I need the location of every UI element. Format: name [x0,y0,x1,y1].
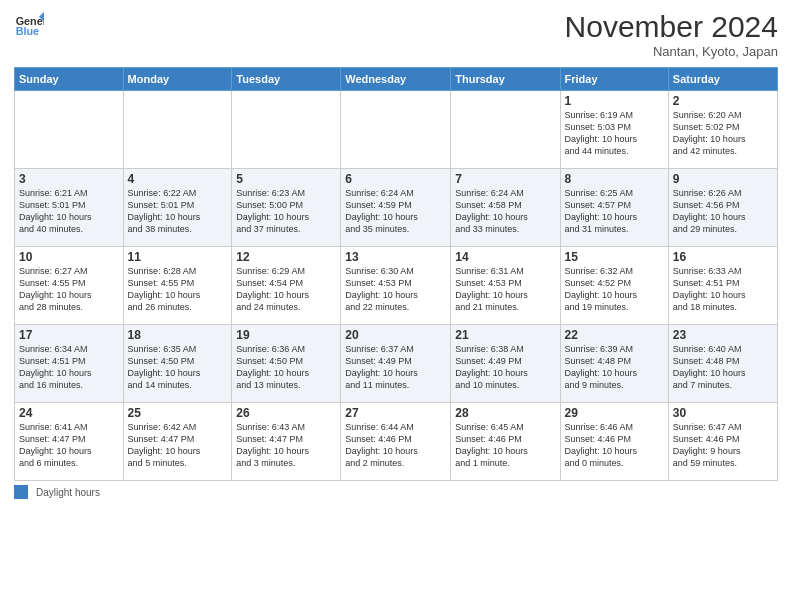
day-info: Sunrise: 6:31 AMSunset: 4:53 PMDaylight:… [455,265,555,314]
calendar-cell: 1Sunrise: 6:19 AMSunset: 5:03 PMDaylight… [560,91,668,169]
calendar-cell: 26Sunrise: 6:43 AMSunset: 4:47 PMDayligh… [232,403,341,481]
calendar-cell: 24Sunrise: 6:41 AMSunset: 4:47 PMDayligh… [15,403,124,481]
day-number: 24 [19,406,119,420]
weekday-header-cell: Sunday [15,68,124,91]
day-info: Sunrise: 6:20 AMSunset: 5:02 PMDaylight:… [673,109,773,158]
calendar-cell: 6Sunrise: 6:24 AMSunset: 4:59 PMDaylight… [341,169,451,247]
calendar-cell: 11Sunrise: 6:28 AMSunset: 4:55 PMDayligh… [123,247,232,325]
calendar-week-row: 3Sunrise: 6:21 AMSunset: 5:01 PMDaylight… [15,169,778,247]
weekday-header-cell: Saturday [668,68,777,91]
calendar-cell: 4Sunrise: 6:22 AMSunset: 5:01 PMDaylight… [123,169,232,247]
day-number: 25 [128,406,228,420]
calendar-cell: 13Sunrise: 6:30 AMSunset: 4:53 PMDayligh… [341,247,451,325]
day-info: Sunrise: 6:28 AMSunset: 4:55 PMDaylight:… [128,265,228,314]
calendar-cell: 10Sunrise: 6:27 AMSunset: 4:55 PMDayligh… [15,247,124,325]
month-title: November 2024 [565,10,778,44]
calendar-cell: 8Sunrise: 6:25 AMSunset: 4:57 PMDaylight… [560,169,668,247]
day-info: Sunrise: 6:34 AMSunset: 4:51 PMDaylight:… [19,343,119,392]
day-number: 27 [345,406,446,420]
day-number: 8 [565,172,664,186]
day-number: 9 [673,172,773,186]
calendar-cell: 3Sunrise: 6:21 AMSunset: 5:01 PMDaylight… [15,169,124,247]
day-info: Sunrise: 6:47 AMSunset: 4:46 PMDaylight:… [673,421,773,470]
day-info: Sunrise: 6:37 AMSunset: 4:49 PMDaylight:… [345,343,446,392]
header: General Blue November 2024 Nantan, Kyoto… [14,10,778,59]
day-number: 14 [455,250,555,264]
day-number: 12 [236,250,336,264]
calendar-week-row: 24Sunrise: 6:41 AMSunset: 4:47 PMDayligh… [15,403,778,481]
day-number: 1 [565,94,664,108]
day-number: 19 [236,328,336,342]
day-number: 29 [565,406,664,420]
calendar-cell: 12Sunrise: 6:29 AMSunset: 4:54 PMDayligh… [232,247,341,325]
day-number: 7 [455,172,555,186]
day-info: Sunrise: 6:26 AMSunset: 4:56 PMDaylight:… [673,187,773,236]
day-number: 30 [673,406,773,420]
day-info: Sunrise: 6:33 AMSunset: 4:51 PMDaylight:… [673,265,773,314]
day-info: Sunrise: 6:36 AMSunset: 4:50 PMDaylight:… [236,343,336,392]
day-number: 26 [236,406,336,420]
day-info: Sunrise: 6:29 AMSunset: 4:54 PMDaylight:… [236,265,336,314]
day-info: Sunrise: 6:24 AMSunset: 4:59 PMDaylight:… [345,187,446,236]
calendar-cell: 28Sunrise: 6:45 AMSunset: 4:46 PMDayligh… [451,403,560,481]
svg-text:Blue: Blue [16,25,39,37]
day-info: Sunrise: 6:35 AMSunset: 4:50 PMDaylight:… [128,343,228,392]
calendar-cell: 23Sunrise: 6:40 AMSunset: 4:48 PMDayligh… [668,325,777,403]
calendar-week-row: 17Sunrise: 6:34 AMSunset: 4:51 PMDayligh… [15,325,778,403]
calendar-week-row: 10Sunrise: 6:27 AMSunset: 4:55 PMDayligh… [15,247,778,325]
weekday-header-cell: Thursday [451,68,560,91]
logo: General Blue [14,10,44,40]
calendar-cell: 25Sunrise: 6:42 AMSunset: 4:47 PMDayligh… [123,403,232,481]
day-info: Sunrise: 6:40 AMSunset: 4:48 PMDaylight:… [673,343,773,392]
calendar-cell [451,91,560,169]
calendar-cell: 20Sunrise: 6:37 AMSunset: 4:49 PMDayligh… [341,325,451,403]
day-info: Sunrise: 6:32 AMSunset: 4:52 PMDaylight:… [565,265,664,314]
day-info: Sunrise: 6:44 AMSunset: 4:46 PMDaylight:… [345,421,446,470]
day-number: 22 [565,328,664,342]
calendar-cell: 2Sunrise: 6:20 AMSunset: 5:02 PMDaylight… [668,91,777,169]
calendar-week-row: 1Sunrise: 6:19 AMSunset: 5:03 PMDaylight… [15,91,778,169]
calendar-cell: 15Sunrise: 6:32 AMSunset: 4:52 PMDayligh… [560,247,668,325]
day-info: Sunrise: 6:23 AMSunset: 5:00 PMDaylight:… [236,187,336,236]
weekday-header-cell: Friday [560,68,668,91]
day-info: Sunrise: 6:38 AMSunset: 4:49 PMDaylight:… [455,343,555,392]
day-info: Sunrise: 6:41 AMSunset: 4:47 PMDaylight:… [19,421,119,470]
calendar-cell [123,91,232,169]
weekday-header-row: SundayMondayTuesdayWednesdayThursdayFrid… [15,68,778,91]
day-info: Sunrise: 6:45 AMSunset: 4:46 PMDaylight:… [455,421,555,470]
calendar-cell: 30Sunrise: 6:47 AMSunset: 4:46 PMDayligh… [668,403,777,481]
day-info: Sunrise: 6:43 AMSunset: 4:47 PMDaylight:… [236,421,336,470]
day-number: 5 [236,172,336,186]
day-info: Sunrise: 6:24 AMSunset: 4:58 PMDaylight:… [455,187,555,236]
logo-icon: General Blue [14,10,44,40]
day-info: Sunrise: 6:30 AMSunset: 4:53 PMDaylight:… [345,265,446,314]
calendar-table: SundayMondayTuesdayWednesdayThursdayFrid… [14,67,778,481]
legend-box [14,485,28,499]
calendar-cell [341,91,451,169]
day-number: 23 [673,328,773,342]
day-number: 2 [673,94,773,108]
calendar-cell: 14Sunrise: 6:31 AMSunset: 4:53 PMDayligh… [451,247,560,325]
day-number: 3 [19,172,119,186]
footer: Daylight hours [14,485,778,499]
calendar-body: 1Sunrise: 6:19 AMSunset: 5:03 PMDaylight… [15,91,778,481]
day-number: 21 [455,328,555,342]
day-number: 28 [455,406,555,420]
calendar-cell: 16Sunrise: 6:33 AMSunset: 4:51 PMDayligh… [668,247,777,325]
calendar-cell: 17Sunrise: 6:34 AMSunset: 4:51 PMDayligh… [15,325,124,403]
weekday-header-cell: Tuesday [232,68,341,91]
day-number: 10 [19,250,119,264]
title-block: November 2024 Nantan, Kyoto, Japan [565,10,778,59]
calendar-cell: 9Sunrise: 6:26 AMSunset: 4:56 PMDaylight… [668,169,777,247]
calendar-cell: 7Sunrise: 6:24 AMSunset: 4:58 PMDaylight… [451,169,560,247]
main-container: General Blue November 2024 Nantan, Kyoto… [0,0,792,505]
calendar-cell: 22Sunrise: 6:39 AMSunset: 4:48 PMDayligh… [560,325,668,403]
day-info: Sunrise: 6:22 AMSunset: 5:01 PMDaylight:… [128,187,228,236]
weekday-header-cell: Monday [123,68,232,91]
day-number: 15 [565,250,664,264]
calendar-cell: 21Sunrise: 6:38 AMSunset: 4:49 PMDayligh… [451,325,560,403]
day-number: 16 [673,250,773,264]
weekday-header-cell: Wednesday [341,68,451,91]
day-info: Sunrise: 6:39 AMSunset: 4:48 PMDaylight:… [565,343,664,392]
day-number: 6 [345,172,446,186]
